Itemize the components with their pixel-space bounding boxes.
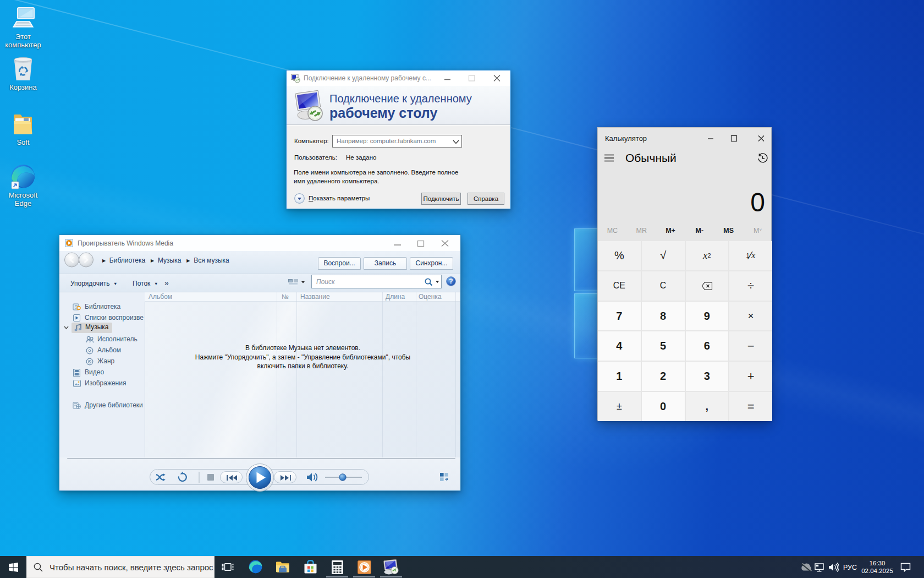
svg-text:?: ? [449,277,453,285]
